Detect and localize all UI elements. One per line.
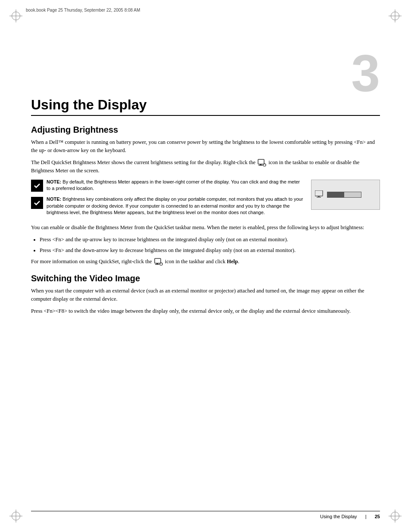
file-info-bar: book.book Page 25 Thursday, September 22… — [26, 8, 140, 12]
note-content-1: By default, the Brightness Meter appears… — [47, 179, 300, 191]
note-item-2: NOTE: Brightness key combinations only a… — [31, 196, 305, 216]
quickset-icon-inline — [258, 159, 266, 167]
svg-rect-1 — [260, 164, 262, 165]
file-info-text: book.book Page 25 Thursday, September 22… — [26, 8, 140, 12]
svg-rect-11 — [317, 197, 321, 198]
svg-rect-2 — [258, 165, 263, 166]
note-label-1: NOTE: — [47, 179, 61, 184]
brightness-para4: For more information on using QuickSet, … — [31, 258, 380, 266]
content-area: 3 Using the Display Adjusting Brightness… — [31, 22, 380, 506]
svg-rect-10 — [318, 196, 320, 197]
note-item-1: NOTE: By default, the Brightness Meter a… — [31, 179, 305, 192]
footer-section-label: Using the Display — [320, 514, 357, 519]
brightness-meter-image — [311, 180, 380, 210]
note-text-2: NOTE: Brightness key combinations only a… — [47, 196, 305, 216]
crosshair-top-right — [389, 9, 402, 22]
chapter-title-block: Using the Display — [31, 97, 380, 124]
quickset-icon-inline-2 — [154, 258, 163, 266]
note-icon-1 — [31, 180, 43, 192]
note-icon-2 — [31, 197, 43, 209]
brightness-para3: You can enable or disable the Brightness… — [31, 224, 380, 232]
crosshair-top-left — [9, 9, 22, 22]
svg-line-5 — [265, 164, 266, 164]
title-divider — [31, 115, 380, 116]
brightness-para2: The Dell QuickSet Brightness Meter shows… — [31, 159, 380, 175]
note-text-1: NOTE: By default, the Brightness Meter a… — [47, 179, 305, 192]
notes-column: NOTE: By default, the Brightness Meter a… — [31, 179, 305, 221]
footer-page-number: 25 — [375, 514, 380, 519]
note-label-2: NOTE: — [47, 196, 61, 202]
sections-container: Adjusting Brightness When a Dell™ comput… — [31, 125, 380, 323]
svg-rect-13 — [156, 263, 158, 264]
page: book.book Page 25 Thursday, September 22… — [0, 0, 411, 532]
svg-line-17 — [162, 263, 162, 263]
chapter-title: Using the Display — [31, 97, 380, 113]
bullet-item-1: Press <Fn> and the up-arrow key to incre… — [40, 236, 380, 244]
note-checkmark-icon-2 — [33, 199, 41, 207]
switching-video-heading: Switching the Video Image — [31, 274, 380, 283]
note-checkmark-icon-1 — [33, 182, 41, 190]
brightness-meter-inner — [315, 190, 361, 199]
crosshair-bottom-right — [389, 510, 402, 523]
brightness-para1: When a Dell™ computer is running on batt… — [31, 138, 380, 155]
svg-rect-0 — [258, 159, 264, 164]
svg-rect-9 — [315, 190, 323, 196]
brightness-fill — [327, 192, 344, 197]
footer-separator: | — [361, 514, 371, 519]
section-switching-video: Switching the Video Image When you start… — [31, 274, 380, 315]
svg-rect-8 — [33, 199, 41, 207]
help-bold: Help — [227, 258, 238, 264]
svg-rect-12 — [155, 258, 161, 263]
switching-video-para1: When you start the computer with an exte… — [31, 287, 380, 304]
notes-with-image: NOTE: By default, the Brightness Meter a… — [31, 179, 380, 221]
brightness-bullet-list: Press <Fn> and the up-arrow key to incre… — [40, 236, 380, 255]
brightness-bar — [327, 192, 361, 198]
svg-rect-7 — [33, 182, 41, 190]
bullet-item-2: Press <Fn> and the down-arrow key to dec… — [40, 246, 380, 255]
switching-video-para2: Press <Fn><F8> to switch the video image… — [31, 307, 380, 315]
crosshair-bottom-left — [9, 510, 22, 523]
footer: Using the Display | 25 — [31, 511, 380, 519]
brightness-monitor-icon — [315, 190, 324, 199]
svg-rect-14 — [155, 264, 159, 265]
section-adjusting-brightness: Adjusting Brightness When a Dell™ comput… — [31, 125, 380, 266]
chapter-number: 3 — [351, 47, 380, 99]
adjusting-brightness-heading: Adjusting Brightness — [31, 125, 380, 135]
note-content-2: Brightness key combinations only affect … — [47, 196, 303, 215]
